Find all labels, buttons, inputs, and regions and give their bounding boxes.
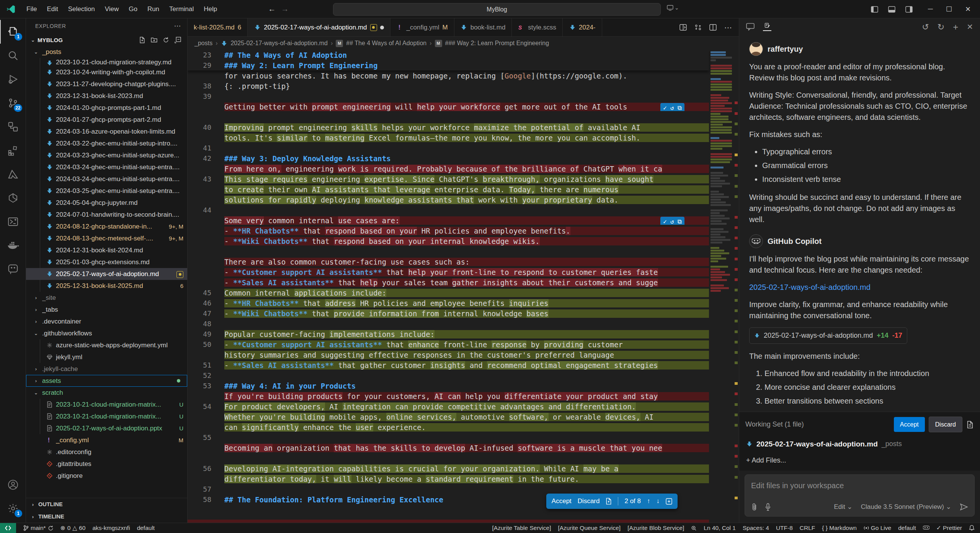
layout-dropdown[interactable]: ⌄ (667, 5, 679, 11)
discard-all-button[interactable]: Discard (929, 417, 962, 432)
zoom-status-icon[interactable] (688, 525, 700, 531)
close-panel-icon[interactable]: ✕ (967, 21, 973, 33)
tree-folder-row[interactable]: ⌄scratch (26, 387, 187, 399)
tree-file-row[interactable]: 2024-07-01-handwriting-to-second-brain..… (26, 209, 187, 221)
menu-view[interactable]: View (100, 0, 124, 18)
refresh-icon[interactable] (163, 37, 169, 43)
encoding-status[interactable]: UTF-8 (773, 525, 796, 531)
command-center-search[interactable]: MyBlog (333, 3, 661, 16)
tree-file-row[interactable]: 2023-10-21-cloud-migration-matrix...U (26, 399, 187, 410)
tree-file-row[interactable]: 2025-02-17-ways-of-ai-adoption.md (26, 268, 187, 280)
accept-all-button[interactable]: Accept (894, 417, 925, 432)
tree-file-row[interactable]: 2025-12-31-book-list-2025.md6 (26, 280, 187, 292)
activity-docker-icon[interactable] (0, 234, 26, 257)
menu-terminal[interactable]: Terminal (164, 0, 199, 18)
split-editor-icon[interactable] (709, 24, 717, 31)
cursor-position[interactable]: Ln 40, Col 1 (700, 525, 739, 531)
open-changes-icon[interactable] (666, 498, 672, 505)
tree-file-row[interactable]: !_config.ymlM (26, 434, 187, 446)
back-button[interactable]: ← (268, 5, 276, 13)
editor-tab[interactable]: Sstyle.scss (512, 18, 563, 36)
chat-input[interactable]: Edit files in your workspace Edit ⌄ Clau… (745, 474, 975, 517)
tree-file-row[interactable]: 2024-03-25-ghec-emu-initial-setup-entra.… (26, 185, 187, 197)
breadcrumb-item[interactable]: ## The 4 Ways of AI Adoption (346, 40, 426, 47)
send-icon[interactable] (960, 503, 968, 511)
editor-tab[interactable]: 2025-02-17-ways-of-ai-adoption.md (248, 18, 390, 36)
activity-powershell-icon[interactable] (0, 210, 26, 234)
compare-changes-icon[interactable] (966, 421, 974, 428)
explorer-more-actions-icon[interactable]: ⋯ (174, 22, 181, 30)
tree-file-row[interactable]: 2024-03-24-ghec-emu-initial-setup-entra.… (26, 173, 187, 185)
tree-file-row[interactable]: 2025-01-03-ghcp-extensions.md (26, 256, 187, 268)
widget-icon[interactable]: ⧉ (678, 104, 682, 111)
model-select[interactable]: Claude 3.5 Sonnet (Preview) ⌄ (861, 501, 951, 512)
tree-file-row[interactable]: .gitattributes (26, 458, 187, 470)
notifications-bell-icon[interactable] (965, 525, 980, 531)
inline-change-widget[interactable]: ✓↺⧉ (660, 217, 684, 225)
widget-icon[interactable]: ✓ (663, 104, 667, 111)
file-link[interactable]: 2025-02-17-ways-of-ai-adoption.md (749, 282, 970, 293)
workspace-root-row[interactable]: ⌄ MYBLOG (26, 34, 187, 46)
sidebar-section-timeline[interactable]: ›TIMELINE (26, 510, 187, 523)
menu-file[interactable]: File (21, 0, 42, 18)
open-preview-icon[interactable] (679, 24, 687, 31)
tree-file-row[interactable]: 2024-01-27-ghcp-prompts-part-2.md (26, 114, 187, 126)
tree-file-row[interactable]: 2024-03-24-ghec-emu-initial-setup-entra.… (26, 161, 187, 173)
mode-select[interactable]: Edit ⌄ (834, 501, 852, 512)
breadcrumb-item[interactable]: _posts (194, 40, 212, 47)
accept-change-button[interactable]: Accept (552, 497, 572, 505)
mic-icon[interactable] (765, 503, 771, 511)
git-branch-status[interactable]: main* (20, 525, 57, 531)
tree-file-row[interactable]: azure-static-web-apps-deployment.yml (26, 339, 187, 351)
breadcrumb[interactable]: _posts›2025-02-17-ways-of-ai-adoption.md… (188, 37, 739, 50)
previous-change-button[interactable]: ↑ (647, 497, 650, 505)
editor-tab[interactable]: !_config.ymlM (390, 18, 454, 36)
minimize-button[interactable]: ─ (928, 5, 933, 13)
diff-file-icon[interactable] (606, 498, 612, 505)
new-file-icon[interactable] (139, 37, 145, 43)
working-set-file-row[interactable]: 2025-02-17-ways-of-ai-adoption.md _posts (745, 437, 974, 451)
remote-indicator[interactable] (0, 523, 16, 533)
tree-file-row[interactable]: 2023-10-24-writing-with-gh-copilot.md (26, 66, 187, 78)
menu-go[interactable]: Go (124, 0, 142, 18)
indentation-status[interactable]: Spaces: 4 (739, 525, 773, 531)
forward-button[interactable]: → (281, 5, 289, 13)
tree-file-row[interactable]: 2023-10-21-cloud-migration-strategy.md (26, 58, 187, 66)
sidebar-section-outline[interactable]: ›OUTLINE (26, 498, 187, 510)
tree-folder-row[interactable]: ›_site (26, 292, 187, 304)
undo-icon[interactable]: ↺ (922, 21, 929, 33)
go-live-button[interactable]: Go Live (860, 525, 895, 531)
tree-folder-row[interactable]: ⌄.github\workflows (26, 327, 187, 339)
attach-icon[interactable] (751, 503, 758, 511)
tree-file-row[interactable]: 2024-12-31-book-list-2024.md (26, 244, 187, 256)
profile-status[interactable]: default (895, 525, 920, 531)
azurite-service-status[interactable]: [Azurite Table Service] (489, 525, 555, 531)
editor-tab[interactable]: book-list.md (454, 18, 512, 36)
activity-explorer-icon[interactable]: 1 (0, 20, 26, 44)
toggle-primary-sidebar-icon[interactable] (871, 6, 878, 13)
azurite-service-status[interactable]: [Azurite Queue Service] (554, 525, 624, 531)
chat-view-icon[interactable] (746, 23, 755, 31)
activity-search-icon[interactable] (0, 44, 26, 67)
widget-icon[interactable]: ✓ (663, 218, 667, 225)
prettier-status[interactable]: ✓ Prettier (933, 525, 965, 531)
activity-source-control-icon[interactable]: 22 (0, 91, 26, 115)
new-folder-icon[interactable] (151, 37, 157, 43)
new-session-icon[interactable]: + (953, 21, 958, 33)
tree-file-row[interactable]: 2024-03-16-azure-openai-token-limits.md (26, 126, 187, 137)
kubernetes-context[interactable]: aks-kmgszxnfi (89, 525, 133, 531)
breadcrumb-item[interactable]: 2025-02-17-ways-of-ai-adoption.md (230, 40, 327, 47)
breadcrumb-item[interactable]: ### Way 2: Learn Prompt Engineering (445, 40, 549, 47)
inline-change-widget[interactable]: ✓↺⧉ (660, 103, 684, 111)
tree-folder-row[interactable]: ›_tabs (26, 304, 187, 316)
widget-icon[interactable]: ⧉ (678, 218, 682, 225)
menu-run[interactable]: Run (142, 0, 164, 18)
tree-file-row[interactable]: .gitignore (26, 470, 187, 482)
tree-file-row[interactable]: 2024-01-20-ghcp-prompts-part-1.md (26, 102, 187, 114)
activity-postman-icon[interactable] (0, 257, 26, 281)
activity-remote-explorer-icon[interactable] (0, 115, 26, 139)
more-actions-icon[interactable]: ⋯ (724, 23, 732, 32)
menu-edit[interactable]: Edit (42, 0, 63, 18)
editor-tab[interactable]: k-list-2025.md6 (188, 18, 248, 36)
minimap[interactable] (709, 50, 733, 523)
